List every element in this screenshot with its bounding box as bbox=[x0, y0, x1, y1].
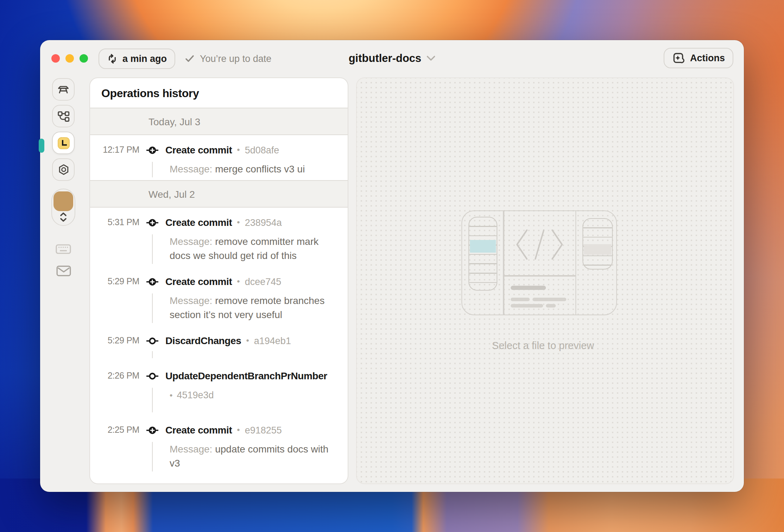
panel-title: Operations history bbox=[90, 78, 348, 108]
history-entry[interactable]: 5:31 PM Create commit • 238954a Message:… bbox=[90, 208, 348, 267]
commit-hash: a194eb1 bbox=[254, 335, 291, 346]
profile-menu[interactable] bbox=[51, 189, 75, 226]
preview-empty-illustration bbox=[461, 210, 617, 315]
history-entry[interactable]: 5:29 PM Create commit • dcee745 Message:… bbox=[90, 267, 348, 326]
operation-icon bbox=[146, 370, 158, 382]
user-avatar bbox=[53, 191, 73, 211]
entry-message: Message: remove committer mark docs we s… bbox=[152, 234, 334, 264]
file-preview-panel: Select a file to preview bbox=[356, 77, 734, 484]
keyboard-shortcuts-button[interactable] bbox=[56, 244, 71, 254]
window-controls bbox=[51, 54, 88, 63]
sidebar-item-settings[interactable] bbox=[52, 158, 75, 181]
titlebar: a min ago You’re up to date gitbutler-do… bbox=[40, 40, 744, 77]
sync-icon bbox=[107, 53, 118, 64]
entry-time: 2:26 PM bbox=[90, 371, 139, 381]
history-entry[interactable]: 12:17 PM Create commit • 5d08afe Message… bbox=[90, 135, 348, 180]
update-status: You’re up to date bbox=[185, 53, 271, 64]
commit-hash: •4519e3d bbox=[170, 390, 214, 400]
entry-message: Message: update commits docs with v3 bbox=[152, 442, 334, 471]
sidebar-item-operations-history[interactable] bbox=[52, 132, 75, 154]
bullet: • bbox=[237, 217, 240, 227]
mail-icon bbox=[56, 265, 71, 277]
sync-button[interactable]: a min ago bbox=[99, 48, 175, 69]
actions-button[interactable]: Actions bbox=[664, 48, 733, 68]
chevron-up-down-icon bbox=[58, 212, 68, 222]
date-group-header: Today, Jul 3 bbox=[90, 108, 348, 135]
entry-time: 5:29 PM bbox=[90, 336, 139, 346]
update-status-label: You’re up to date bbox=[200, 53, 271, 64]
history-entry[interactable]: 5:29 PM DiscardChanges • a194eb1 bbox=[90, 326, 348, 361]
sync-button-label: a min ago bbox=[122, 53, 167, 64]
bullet: • bbox=[237, 145, 240, 155]
commit-hash: dcee745 bbox=[245, 276, 282, 287]
history-entry[interactable]: 2:25 PM Create commit • e918255 Message:… bbox=[90, 415, 348, 474]
create-commit-icon bbox=[146, 424, 158, 436]
settings-hexagon-icon bbox=[57, 163, 70, 176]
entry-time: 2:25 PM bbox=[90, 425, 139, 435]
entry-connector bbox=[152, 351, 334, 358]
entry-title: UpdateDependentBranchPrNumber bbox=[165, 370, 327, 381]
illustration-gray-highlight bbox=[583, 244, 611, 255]
bullet: • bbox=[246, 336, 249, 346]
actions-sparkle-icon bbox=[672, 52, 685, 64]
entry-title: Create commit bbox=[165, 276, 232, 287]
entry-title: Create commit bbox=[165, 424, 232, 436]
code-icon bbox=[515, 229, 563, 260]
operation-icon bbox=[146, 335, 158, 347]
entry-time: 5:29 PM bbox=[90, 277, 139, 286]
project-title: gitbutler-docs bbox=[349, 52, 422, 65]
window-content: Operations history Today, Jul 3 12:17 PM… bbox=[40, 77, 744, 492]
illustration-teal-highlight bbox=[469, 240, 495, 252]
keyboard-icon bbox=[56, 244, 71, 254]
entry-time: 12:17 PM bbox=[90, 145, 139, 155]
sidebar-item-branches[interactable] bbox=[52, 105, 75, 127]
check-icon bbox=[185, 55, 194, 62]
preview-placeholder-text: Select a file to preview bbox=[492, 340, 594, 351]
create-commit-icon bbox=[146, 216, 158, 228]
entry-message: Message: merge conflicts v3 ui bbox=[152, 162, 334, 177]
branches-icon bbox=[56, 109, 70, 123]
entry-title: Create commit bbox=[165, 217, 232, 228]
minimize-window-button[interactable] bbox=[65, 54, 74, 63]
commit-hash: 5d08afe bbox=[245, 145, 279, 155]
history-clock-icon bbox=[57, 137, 69, 149]
commit-hash: e918255 bbox=[245, 425, 282, 435]
operations-list[interactable]: Today, Jul 3 12:17 PM Create commit • 5d… bbox=[90, 108, 348, 483]
bullet: • bbox=[237, 425, 240, 435]
gitbutler-window: a min ago You’re up to date gitbutler-do… bbox=[40, 40, 744, 492]
feedback-button[interactable] bbox=[56, 265, 71, 277]
entry-title: DiscardChanges bbox=[165, 335, 241, 346]
entry-time: 5:31 PM bbox=[90, 217, 139, 227]
create-commit-icon bbox=[146, 276, 158, 287]
workspace-table-icon bbox=[56, 82, 70, 96]
close-window-button[interactable] bbox=[51, 54, 60, 63]
sidebar-item-workspace[interactable] bbox=[52, 78, 75, 101]
commit-hash: 238954a bbox=[245, 217, 282, 228]
operations-history-panel: Operations history Today, Jul 3 12:17 PM… bbox=[89, 77, 348, 484]
create-commit-icon bbox=[146, 483, 158, 483]
entry-detail: •4519e3d bbox=[152, 388, 334, 412]
chevron-down-icon bbox=[427, 56, 435, 61]
history-entry[interactable]: 1:57 PM Create commit • 7efe630 bbox=[90, 474, 348, 483]
screen: a min ago You’re up to date gitbutler-do… bbox=[0, 0, 784, 532]
sidebar bbox=[40, 77, 89, 492]
zoom-window-button[interactable] bbox=[80, 54, 88, 63]
entry-message: Message: remove remote branches section … bbox=[152, 293, 334, 323]
bullet: • bbox=[237, 277, 240, 286]
create-commit-icon bbox=[146, 144, 158, 156]
date-group-header: Wed, Jul 2 bbox=[90, 180, 348, 208]
history-entry[interactable]: 2:26 PM UpdateDependentBranchPrNumber •4… bbox=[90, 361, 348, 415]
actions-button-label: Actions bbox=[690, 53, 725, 63]
entry-title: Create commit bbox=[165, 144, 232, 156]
project-selector[interactable]: gitbutler-docs bbox=[349, 52, 436, 65]
